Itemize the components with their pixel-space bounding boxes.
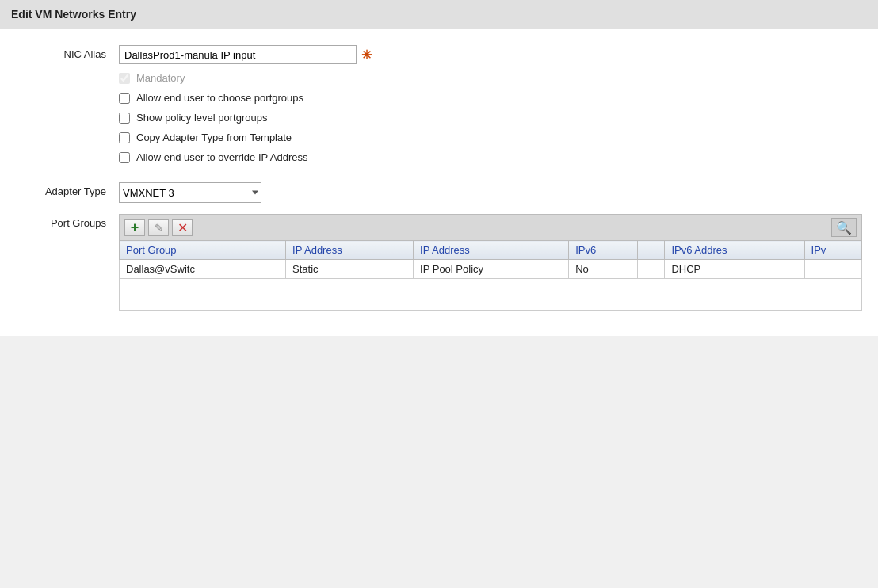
show-policy-label: Show policy level portgroups [136,112,267,124]
col-ipv6: IPv6 [569,241,638,260]
col-ipv: IPv [804,241,861,260]
nic-alias-input[interactable] [119,45,357,64]
adapter-type-row: Adapter Type VMXNET 3 E1000 E1000e VMXNE… [16,182,862,203]
cell-port-group: Dallas@vSwitc [120,260,286,279]
search-icon: 🔍 [836,220,852,235]
col-ip-address-1: IP Address [286,241,414,260]
col-ipv6-address: IPv6 Addres [665,241,804,260]
edit-button[interactable]: ✎ [148,219,169,236]
port-groups-toolbar: + ✎ ✕ 🔍 [119,214,862,240]
port-groups-label: Port Groups [16,214,119,229]
cell-ipv [804,260,861,279]
allow-portgroups-checkbox[interactable] [119,93,130,104]
mandatory-label: Mandatory [136,72,185,84]
override-ip-label: Allow end user to override IP Address [136,151,308,163]
allow-portgroups-label: Allow end user to choose portgroups [136,92,303,104]
cell-ipv6-address: DHCP [665,260,804,279]
table-header-row: Port Group IP Address IP Address IPv6 IP… [120,241,862,260]
nic-alias-label: NIC Alias [16,45,119,60]
adapter-type-label: Adapter Type [16,182,119,197]
adapter-type-controls: VMXNET 3 E1000 E1000e VMXNET 2 Flexible [119,182,862,203]
override-ip-checkbox[interactable] [119,152,130,163]
show-policy-row: Show policy level portgroups [119,112,862,124]
port-groups-container: + ✎ ✕ 🔍 Port Group IP Address IP Address [119,214,862,311]
cell-ip-address-2: IP Pool Policy [414,260,569,279]
col-port-group: Port Group [120,241,286,260]
mandatory-checkbox-row: Mandatory [119,72,862,84]
col-empty [638,241,665,260]
table-row-empty [120,279,862,311]
table-row: Dallas@vSwitc Static IP Pool Policy No D… [120,260,862,279]
show-policy-checkbox[interactable] [119,113,130,124]
add-button[interactable]: + [124,219,145,236]
nic-alias-row: NIC Alias ✳ Mandatory Allow end user to … [16,45,862,171]
copy-adapter-checkbox[interactable] [119,132,130,143]
mandatory-checkbox[interactable] [119,73,130,84]
empty-row-cell [120,279,862,311]
copy-adapter-label: Copy Adapter Type from Template [136,132,292,143]
dialog-container: Edit VM Networks Entry NIC Alias ✳ Manda… [0,0,878,336]
delete-button[interactable]: ✕ [172,219,193,236]
port-groups-table: Port Group IP Address IP Address IPv6 IP… [119,240,862,311]
dialog-title: Edit VM Networks Entry [0,0,878,29]
cell-ip-address-1: Static [286,260,414,279]
port-groups-row: Port Groups + ✎ ✕ 🔍 Port Group [16,214,862,311]
col-ip-address-2: IP Address [414,241,569,260]
cell-empty [638,260,665,279]
search-button[interactable]: 🔍 [831,218,857,237]
required-star: ✳ [361,48,372,63]
copy-adapter-row: Copy Adapter Type from Template [119,132,862,143]
adapter-type-select[interactable]: VMXNET 3 E1000 E1000e VMXNET 2 Flexible [119,182,261,203]
override-ip-row: Allow end user to override IP Address [119,151,862,163]
adapter-type-select-wrapper: VMXNET 3 E1000 E1000e VMXNET 2 Flexible [119,182,261,203]
nic-alias-controls: ✳ Mandatory Allow end user to choose por… [119,45,862,171]
allow-portgroups-row: Allow end user to choose portgroups [119,92,862,104]
cell-ipv6: No [569,260,638,279]
